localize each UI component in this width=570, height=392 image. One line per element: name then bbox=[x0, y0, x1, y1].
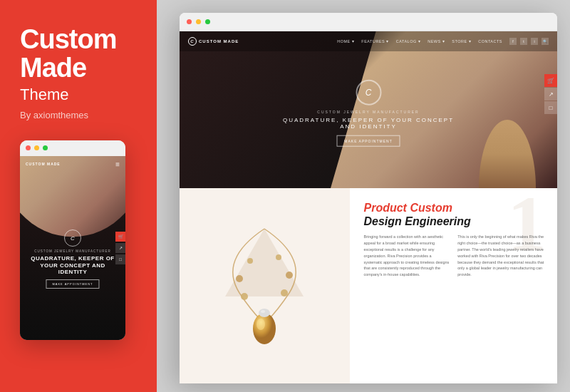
site-nav-links: HOME ▾ FEATURES ▾ CATALOG ▾ NEWS ▾ STORE… bbox=[337, 39, 502, 43]
paragraph-left: Bringing forward a collection with an ae… bbox=[364, 234, 451, 278]
dot-yellow bbox=[34, 145, 39, 150]
desktop-cart-icon[interactable]: 🛒 bbox=[544, 74, 557, 87]
mobile-bookmark-icon[interactable]: □ bbox=[115, 254, 125, 264]
browser-titlebar bbox=[180, 13, 557, 31]
site-navbar: C CUSTOM MADE HOME ▾ FEATURES ▾ CATALOG … bbox=[180, 31, 557, 51]
logo-icon: C bbox=[188, 37, 197, 46]
svg-point-2 bbox=[241, 293, 248, 300]
theme-label: Theme bbox=[20, 86, 68, 104]
desktop-bookmark-icon[interactable]: □ bbox=[544, 101, 557, 114]
site-logo: C CUSTOM MADE bbox=[188, 37, 239, 46]
social-twitter[interactable]: t bbox=[520, 38, 527, 45]
mobile-titlebar bbox=[20, 140, 125, 156]
text-section: 1 Product CustomDesign Engineering Bring… bbox=[350, 188, 558, 383]
mobile-tagline-small: CUSTOM JEWELRY MANUFACTURER bbox=[27, 249, 118, 253]
social-instagram[interactable]: i bbox=[531, 38, 538, 45]
necklace-chain-svg bbox=[200, 215, 328, 357]
nav-contacts[interactable]: CONTACTS bbox=[478, 39, 502, 43]
brand-title-line2: Made bbox=[20, 54, 116, 83]
nav-news[interactable]: NEWS ▾ bbox=[428, 39, 445, 43]
brand-name: Custom Made bbox=[20, 26, 116, 83]
text-col-right: This is only the beginning of what makes… bbox=[457, 234, 544, 282]
section-heading: Product CustomDesign Engineering bbox=[364, 201, 545, 228]
social-facebook[interactable]: f bbox=[509, 38, 517, 45]
svg-point-5 bbox=[281, 289, 288, 296]
site-hero: C CUSTOM MADE HOME ▾ FEATURES ▾ CATALOG … bbox=[180, 31, 557, 188]
necklace-display bbox=[200, 215, 328, 357]
hamburger-icon[interactable]: ≡ bbox=[115, 160, 120, 168]
site-body: 1 Product CustomDesign Engineering Bring… bbox=[180, 188, 557, 383]
mobile-badge: C bbox=[64, 229, 81, 247]
brand-title-line1: Custom bbox=[20, 26, 116, 54]
text-col-left: Bringing forward a collection with an ae… bbox=[364, 234, 451, 282]
svg-point-7 bbox=[256, 319, 265, 330]
text-section-inner: Product CustomDesign Engineering Bringin… bbox=[364, 201, 545, 282]
mobile-nav: CUSTOM MADE ≡ bbox=[20, 160, 125, 168]
jewelry-section bbox=[180, 188, 350, 383]
svg-point-6 bbox=[253, 313, 276, 344]
mobile-side-icons: 🛒 ↗ □ bbox=[115, 232, 125, 264]
mobile-share-icon[interactable]: ↗ bbox=[115, 243, 125, 253]
svg-point-9 bbox=[261, 310, 265, 313]
dot-green bbox=[43, 145, 48, 150]
mobile-hero-text: C CUSTOM JEWELRY MANUFACTURER QUADRATURE… bbox=[20, 229, 125, 276]
browser-dot-green bbox=[205, 19, 210, 24]
nav-store[interactable]: STORE ▾ bbox=[452, 39, 471, 43]
hero-tagline-top: CUSTOM JEWELRY MANUFACTURER bbox=[274, 110, 463, 114]
svg-point-1 bbox=[236, 275, 243, 282]
heading-accent: Product Custom bbox=[364, 202, 452, 214]
left-panel: Custom Made Theme By axiomthemes CUSTOM … bbox=[0, 0, 157, 392]
mobile-content: CUSTOM MADE ≡ C CUSTOM JEWELRY MANUFACTU… bbox=[20, 156, 125, 340]
nav-features[interactable]: FEATURES ▾ bbox=[361, 39, 388, 43]
social-search[interactable]: 🔍 bbox=[542, 38, 549, 45]
mobile-logo: CUSTOM MADE bbox=[26, 162, 61, 166]
desktop-browser: C CUSTOM MADE HOME ▾ FEATURES ▾ CATALOG … bbox=[180, 13, 557, 383]
hero-badge: C bbox=[356, 80, 381, 105]
svg-point-4 bbox=[286, 272, 293, 279]
browser-content: C CUSTOM MADE HOME ▾ FEATURES ▾ CATALOG … bbox=[180, 31, 557, 383]
by-label: By axiomthemes bbox=[20, 110, 88, 120]
hero-tagline-main: QUADRATURE, KEEPER OF YOUR CONCEPT AND I… bbox=[274, 117, 463, 130]
mobile-tagline-main: QUADRATURE, KEEPER OF YOUR CONCEPT AND I… bbox=[27, 255, 118, 276]
hero-center-content: C CUSTOM JEWELRY MANUFACTURER QUADRATURE… bbox=[274, 80, 463, 147]
mobile-cart-icon[interactable]: 🛒 bbox=[115, 232, 125, 242]
nav-catalog[interactable]: CATALOG ▾ bbox=[396, 39, 421, 43]
browser-dot-red bbox=[187, 19, 192, 24]
mobile-cta-button[interactable]: MAKE APPOINTMENT bbox=[46, 279, 99, 289]
mobile-preview: CUSTOM MADE ≡ C CUSTOM JEWELRY MANUFACTU… bbox=[20, 140, 125, 340]
svg-point-8 bbox=[259, 309, 270, 317]
browser-dot-yellow bbox=[196, 19, 201, 24]
paragraph-right: This is only the beginning of what makes… bbox=[457, 234, 544, 278]
svg-point-0 bbox=[247, 258, 253, 264]
text-columns: Bringing forward a collection with an ae… bbox=[364, 234, 545, 282]
svg-point-3 bbox=[276, 254, 281, 260]
desktop-side-icons: 🛒 ↗ □ bbox=[544, 74, 557, 114]
nav-home[interactable]: HOME ▾ bbox=[337, 39, 354, 43]
dot-red bbox=[26, 145, 31, 150]
desktop-share-icon[interactable]: ↗ bbox=[544, 88, 557, 100]
site-logo-text: CUSTOM MADE bbox=[199, 39, 239, 43]
site-nav-social: f t i 🔍 bbox=[509, 38, 549, 45]
right-panel: C CUSTOM MADE HOME ▾ FEATURES ▾ CATALOG … bbox=[157, 0, 570, 392]
hero-cta-button[interactable]: MAKE APPOINTMENT bbox=[336, 135, 400, 147]
